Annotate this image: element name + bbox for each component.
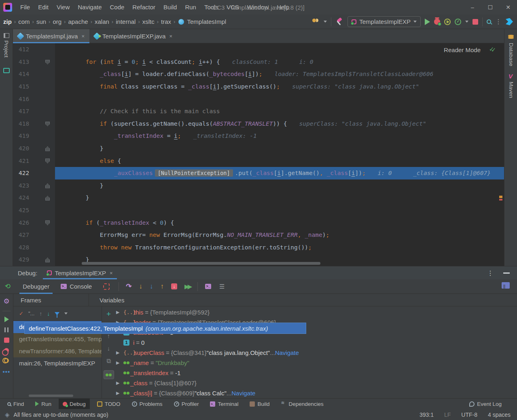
restore-layout-icon[interactable] — [502, 282, 510, 289]
gutter-fold-area[interactable] — [41, 167, 55, 179]
breadcrumb-item-internal[interactable]: internal — [115, 18, 136, 25]
tab-close-icon[interactable]: × — [81, 33, 85, 39]
menu-item-code[interactable]: Code — [106, 0, 128, 15]
code-line-413[interactable]: 413 for (int i = 0; i < classCount; i++)… — [13, 56, 504, 68]
force-step-into-icon[interactable]: ↓ — [150, 283, 153, 291]
gutter-fold-area[interactable] — [41, 192, 55, 204]
stop-button[interactable] — [473, 19, 478, 25]
code-line-428[interactable]: 428 throw new TransformerConfigurationEx… — [13, 241, 504, 254]
fold-open-icon[interactable] — [45, 158, 50, 163]
toolwindow-button-find[interactable]: Find — [3, 399, 28, 409]
run-button[interactable] — [425, 19, 430, 25]
expand-arrow-icon[interactable]: ▶ — [115, 360, 123, 365]
frame-row[interactable]: newTransformer:486, TemplatesImpl — [13, 345, 102, 357]
toolwindow-button-problems[interactable]: !Problems — [128, 399, 167, 409]
tab-debugger[interactable]: Debugger — [17, 279, 55, 294]
code-line-417[interactable]: 417 // Check if this is the main class — [13, 105, 504, 118]
debug-settings-gear-icon[interactable]: ⚙ — [3, 297, 9, 306]
line-number[interactable]: 424 — [13, 192, 41, 204]
menu-item-window[interactable]: Window — [243, 0, 273, 15]
coverage-button[interactable] — [444, 19, 451, 25]
line-ending-widget[interactable]: LF — [444, 412, 451, 418]
code-line-426[interactable]: 426 if (_transletIndex < 0) { — [13, 216, 504, 229]
tab-close-icon[interactable]: × — [169, 33, 172, 39]
selected-frame-row[interactable]: defineTransletClasses:422, TemplatesImpl… — [24, 323, 306, 334]
line-number[interactable]: 417 — [13, 105, 41, 118]
copy-icon[interactable]: ⧉ — [106, 357, 111, 365]
project-tool-button[interactable]: Project — [3, 40, 9, 64]
menu-item-edit[interactable]: Edit — [34, 0, 53, 15]
toolwindow-button-run[interactable]: Run — [31, 399, 55, 409]
layout-settings-icon[interactable]: ☰ — [219, 283, 225, 290]
run-to-cursor-icon[interactable]: ▶▶ — [184, 283, 191, 290]
expand-arrow-icon[interactable]: ▶ — [115, 380, 123, 386]
menu-item-tools[interactable]: Tools — [200, 0, 222, 15]
add-watch-icon[interactable]: + — [106, 310, 111, 319]
error-stripe-mark[interactable] — [499, 199, 502, 201]
line-number[interactable]: 416 — [13, 93, 41, 105]
debug-minimize-icon[interactable] — [503, 272, 510, 274]
users-dropdown-icon[interactable] — [324, 21, 327, 23]
menu-item-refactor[interactable]: Refactor — [128, 0, 159, 15]
code-line-425[interactable]: 425 — [13, 204, 504, 217]
fold-close-icon[interactable] — [45, 257, 50, 262]
view-breakpoints-icon[interactable] — [4, 348, 9, 353]
frames-options-caret-icon[interactable] — [64, 312, 68, 314]
session-close-icon[interactable]: × — [110, 270, 113, 276]
mute-breakpoints-icon[interactable] — [4, 358, 9, 363]
gutter-fold-area[interactable] — [41, 229, 55, 241]
breadcrumb-item-xalan[interactable]: xalan — [94, 18, 110, 25]
line-number[interactable]: 419 — [13, 130, 41, 142]
menu-item-view[interactable]: View — [53, 0, 74, 15]
gutter-fold-area[interactable] — [41, 142, 55, 155]
code-line-421[interactable]: 421 else { — [13, 154, 504, 167]
step-into-icon[interactable]: ↓ — [139, 283, 142, 291]
variable-row[interactable]: 1i=0 — [115, 338, 517, 348]
gutter-fold-area[interactable] — [41, 56, 55, 68]
stop-process-icon[interactable] — [4, 338, 9, 343]
frame-down-icon[interactable]: ↓ — [47, 310, 50, 317]
expand-arrow-icon[interactable]: ▶ — [115, 350, 123, 355]
debug-kebab-icon[interactable]: ⋮ — [487, 269, 494, 277]
editor-tab-TemplatesImplEXP.java[interactable]: TemplatesImplEXP.java× — [89, 29, 177, 43]
gutter-fold-area[interactable] — [41, 154, 55, 167]
toolwindow-button-profiler[interactable]: Profiler — [170, 399, 203, 409]
line-number[interactable]: 413 — [13, 56, 41, 68]
resume-program-icon[interactable] — [4, 317, 9, 322]
fold-close-icon[interactable] — [45, 196, 50, 201]
code-with-me-users-icon[interactable] — [311, 19, 320, 25]
breadcrumb-item-apache[interactable]: apache — [67, 18, 89, 25]
tab-console[interactable]: >_ Console — [55, 279, 97, 294]
menu-item-file[interactable]: File — [16, 0, 34, 15]
line-number[interactable]: 423 — [13, 179, 41, 192]
menu-item-run[interactable]: Run — [181, 0, 200, 15]
caret-position-widget[interactable]: 393:1 — [420, 412, 434, 418]
gutter-fold-area[interactable] — [41, 204, 55, 217]
breadcrumb-item-org[interactable]: org — [52, 18, 62, 25]
error-stripe-mark[interactable] — [499, 196, 502, 198]
debug-session-tab[interactable]: TemplatesImplEXP × — [43, 266, 117, 279]
pause-program-icon[interactable] — [4, 327, 8, 332]
menu-item-build[interactable]: Build — [159, 0, 181, 15]
toolwindow-button-terminal[interactable]: >_Terminal — [206, 399, 242, 409]
code-editor[interactable]: 412413 for (int i = 0; i < classCount; i… — [13, 43, 504, 266]
line-number[interactable]: 428 — [13, 241, 41, 254]
code-line-420[interactable]: 420 } — [13, 142, 504, 155]
frame-row[interactable]: main:26, TemplatesImplEXP — [13, 357, 102, 369]
maximize-button[interactable]: ☐ — [481, 0, 499, 15]
thread-filter-label[interactable]: "... — [28, 310, 34, 317]
debug-button[interactable] — [434, 19, 440, 25]
code-line-414[interactable]: 414 _class[i] = loader.defineClass(_byte… — [13, 68, 504, 80]
line-number[interactable]: 426 — [13, 216, 41, 229]
gutter-fold-area[interactable] — [41, 130, 55, 142]
frame-row[interactable]: getTransletInstance:455, TemplatesImpl — [13, 333, 102, 345]
run-configuration-select[interactable]: TemplatesImplEXP — [347, 16, 421, 27]
variable-row[interactable]: ▶{..}this={TemplatesImpl@592} — [115, 307, 517, 317]
line-number[interactable]: 429 — [13, 253, 41, 266]
build-hammer-icon[interactable] — [335, 18, 343, 26]
variable-row[interactable]: _transletIndex=-1 — [115, 368, 517, 378]
step-over-icon[interactable]: ↷ — [126, 282, 131, 291]
line-number[interactable]: 415 — [13, 80, 41, 93]
gutter-fold-area[interactable] — [41, 68, 55, 80]
editor-tab-TemplatesImpl.java[interactable]: TemplatesImpl.java× — [13, 29, 89, 43]
